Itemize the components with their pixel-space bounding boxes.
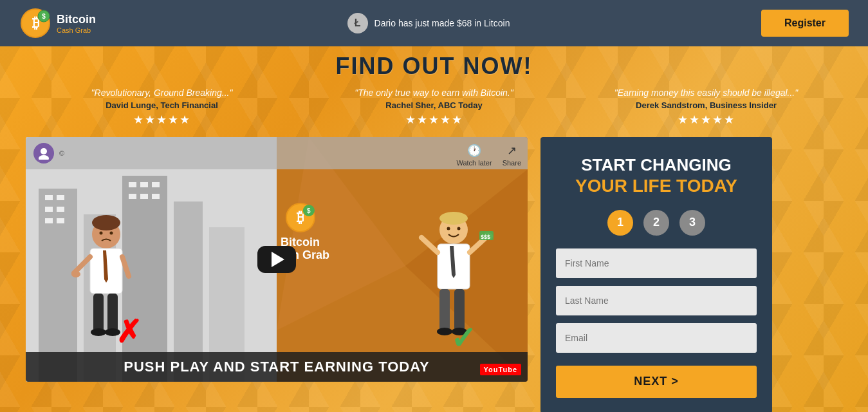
svg-line-35 — [122, 257, 129, 276]
svg-point-40 — [100, 232, 103, 235]
video-avatar — [33, 143, 54, 164]
youtube-badge: YouTube — [480, 364, 521, 375]
steps-row: 1 2 3 — [556, 210, 757, 236]
notification-text: Dario has just made $68 in Litcoin — [374, 18, 510, 28]
testimonial-3: "Earning money this easily should be ill… — [570, 88, 842, 127]
svg-text:$$$: $$$ — [481, 234, 490, 240]
first-name-input[interactable] — [556, 248, 757, 278]
svg-point-44 — [439, 212, 468, 225]
testimonial-3-stars: ★★★★★ — [583, 113, 829, 127]
content-row: ₿ $ Bitcoin Cash Grab — [0, 137, 868, 412]
svg-rect-21 — [152, 194, 160, 199]
share-label: Share — [503, 159, 521, 167]
testimonial-2-author: Rachel Sher, ABC Today — [311, 100, 557, 110]
watch-later-button[interactable]: 🕐 Watch later — [456, 144, 492, 167]
svg-line-47 — [421, 238, 438, 252]
video-bottom-text: PUSH PLAY AND START EARNING TODAY — [124, 359, 430, 375]
svg-rect-18 — [152, 182, 160, 187]
play-button[interactable] — [257, 246, 296, 273]
testimonials-row: "Revolutionary, Ground Breaking..." Davi… — [0, 82, 868, 137]
testimonial-2-stars: ★★★★★ — [311, 113, 557, 127]
svg-point-42 — [71, 271, 80, 277]
svg-rect-52 — [439, 289, 450, 331]
video-container[interactable]: ₿ $ Bitcoin Cash Grab — [26, 137, 528, 382]
email-input[interactable] — [556, 323, 757, 353]
bitcoin-logo-icon: ₿ $ — [19, 7, 51, 39]
svg-rect-14 — [45, 218, 53, 223]
register-button[interactable]: Register — [761, 10, 849, 37]
svg-point-31 — [92, 215, 120, 230]
step-1-circle: 1 — [607, 210, 633, 236]
svg-point-38 — [91, 328, 106, 336]
litecoin-icon: Ł — [347, 13, 368, 33]
main-background: FIND OUT NOW! "Revolutionary, Ground Bre… — [0, 46, 868, 412]
step-2-circle: 2 — [643, 210, 669, 236]
svg-rect-17 — [140, 182, 148, 187]
svg-rect-16 — [129, 182, 136, 187]
next-button[interactable]: NEXT > — [556, 366, 757, 398]
svg-point-41 — [110, 232, 113, 235]
registration-form-panel: START CHANGING YOUR LIFE TODAY 1 2 3 NEX… — [540, 137, 772, 412]
svg-point-57 — [457, 227, 461, 230]
notification-bar: Ł Dario has just made $68 in Litcoin — [347, 13, 510, 33]
video-inner: ₿ $ Bitcoin Cash Grab — [26, 137, 528, 382]
cross-mark: ✗ — [116, 314, 142, 350]
testimonial-2-quote: "The only true way to earn with Bitcoin.… — [311, 88, 557, 98]
find-out-banner: FIND OUT NOW! — [0, 46, 868, 82]
svg-rect-10 — [45, 195, 53, 200]
video-bg-left — [26, 137, 277, 382]
step-3-circle: 3 — [679, 210, 705, 236]
header: ₿ $ Bitcoin Cash Grab Ł Dario has just m… — [0, 0, 868, 46]
testimonial-1-author: David Lunge, Tech Financial — [39, 100, 285, 110]
svg-text:$: $ — [42, 13, 46, 20]
svg-rect-19 — [129, 194, 136, 199]
svg-rect-15 — [57, 218, 64, 223]
testimonial-1: "Revolutionary, Ground Breaking..." Davi… — [26, 88, 298, 127]
check-mark: ✓ — [450, 320, 476, 356]
video-bottom-bar: PUSH PLAY AND START EARNING TODAY YouTub… — [26, 352, 528, 382]
testimonial-3-author: Derek Sandstrom, Business Insider — [583, 100, 829, 110]
svg-point-58 — [41, 148, 47, 154]
testimonial-1-stars: ★★★★★ — [39, 113, 285, 127]
svg-rect-20 — [140, 194, 148, 199]
svg-point-56 — [447, 227, 450, 230]
testimonial-3-quote: "Earning money this easily should be ill… — [583, 88, 829, 98]
play-triangle-icon — [272, 252, 284, 267]
find-out-heading: FIND OUT NOW! — [0, 53, 868, 80]
testimonial-2: "The only true way to earn with Bitcoin.… — [298, 88, 570, 127]
svg-text:$: $ — [307, 207, 311, 214]
svg-line-34 — [74, 257, 90, 273]
testimonial-1-quote: "Revolutionary, Ground Breaking..." — [39, 88, 285, 98]
svg-rect-13 — [57, 207, 64, 212]
logo-text: Bitcoin Cash Grab — [57, 13, 96, 34]
svg-text:₿: ₿ — [297, 209, 304, 225]
watch-later-icon: 🕐 — [467, 144, 481, 158]
last-name-input[interactable] — [556, 286, 757, 315]
form-heading-line1: START CHANGING — [556, 155, 757, 175]
video-copyright: © — [59, 149, 64, 157]
watch-later-label: Watch later — [456, 159, 492, 167]
video-actions: 🕐 Watch later ↗ Share — [456, 144, 521, 167]
svg-rect-11 — [57, 195, 64, 200]
logo-area: ₿ $ Bitcoin Cash Grab — [19, 7, 96, 39]
svg-rect-12 — [45, 207, 53, 212]
svg-rect-36 — [93, 294, 104, 332]
svg-point-59 — [39, 155, 49, 160]
share-icon: ↗ — [507, 144, 517, 158]
video-topbar: © — [26, 137, 528, 169]
form-heading-line2: YOUR LIFE TODAY — [556, 175, 757, 197]
share-button[interactable]: ↗ Share — [503, 144, 521, 167]
